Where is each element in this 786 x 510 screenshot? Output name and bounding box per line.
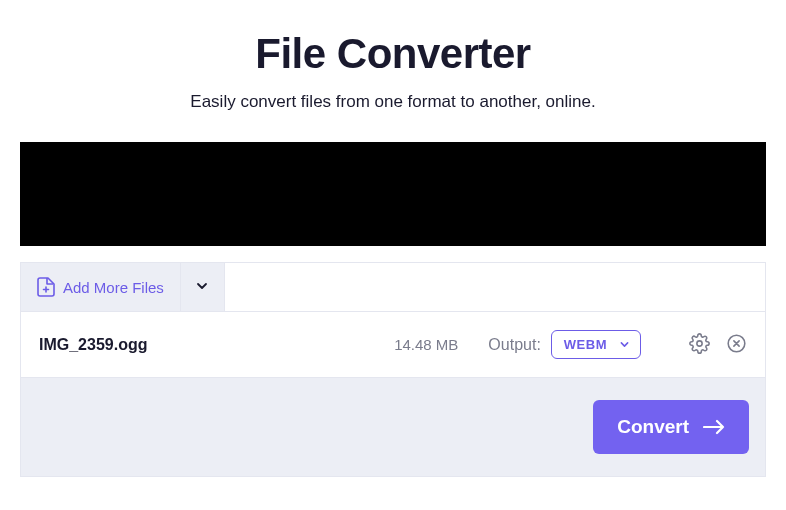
file-plus-icon (37, 277, 55, 297)
add-more-files-label: Add More Files (63, 279, 164, 296)
output-format-value: WEBM (564, 337, 607, 352)
gear-icon (689, 333, 710, 357)
close-circle-icon (726, 333, 747, 357)
row-actions (689, 333, 747, 357)
convert-button[interactable]: Convert (593, 400, 749, 454)
settings-button[interactable] (689, 333, 710, 357)
file-size: 14.48 MB (394, 336, 458, 353)
add-more-files-button[interactable]: Add More Files (21, 263, 181, 311)
converter-panel: Add More Files IMG_2359.ogg 14.48 MB Out… (20, 262, 766, 477)
page-subtitle: Easily convert files from one format to … (20, 92, 766, 112)
output-format-select[interactable]: WEBM (551, 330, 641, 359)
remove-file-button[interactable] (726, 333, 747, 357)
file-row: IMG_2359.ogg 14.48 MB Output: WEBM (21, 312, 765, 378)
arrow-right-icon (703, 419, 725, 435)
file-name: IMG_2359.ogg (39, 336, 394, 354)
toolbar: Add More Files (21, 263, 765, 312)
ad-banner (20, 142, 766, 246)
convert-button-label: Convert (617, 416, 689, 438)
output-label: Output: (488, 336, 540, 354)
svg-point-0 (697, 340, 702, 345)
chevron-down-icon (195, 279, 209, 296)
panel-footer: Convert (21, 378, 765, 476)
page-title: File Converter (20, 30, 766, 78)
add-more-dropdown-toggle[interactable] (181, 263, 225, 311)
chevron-down-icon (619, 339, 630, 350)
